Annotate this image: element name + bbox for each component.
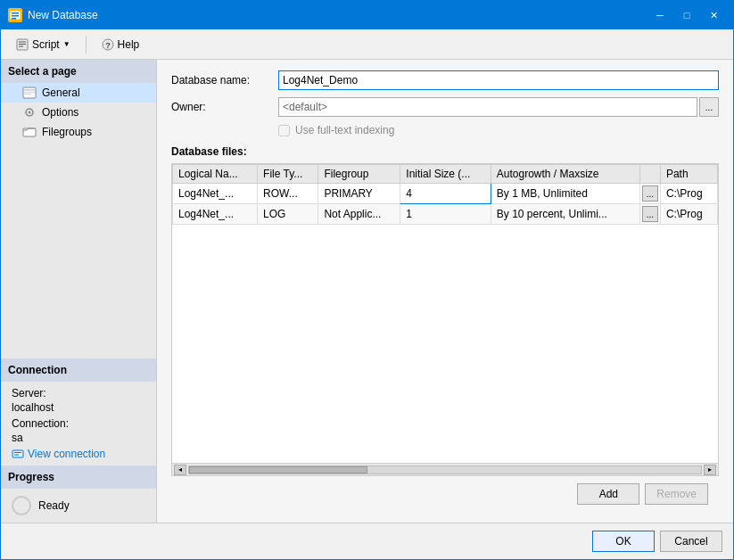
autogrowth-btn-1[interactable]: ... [642, 185, 658, 202]
view-connection-text: View connection [28, 448, 105, 460]
toolbar-separator [86, 36, 87, 54]
sidebar-spacer [1, 142, 156, 358]
db-name-label: Database name: [171, 74, 278, 86]
col-logical-name: Logical Na... [173, 165, 258, 184]
cell-logical-name-1: Log4Net_... [173, 184, 258, 204]
owner-browse-button[interactable]: ... [699, 97, 719, 117]
help-icon: ? [102, 38, 114, 51]
dialog-footer: OK Cancel [1, 523, 733, 559]
col-filegroup: Filegroup [318, 165, 400, 184]
svg-rect-2 [12, 15, 19, 17]
script-label: Script [32, 38, 60, 51]
horizontal-scrollbar[interactable]: ◂ ▸ [172, 463, 718, 475]
svg-rect-13 [24, 94, 31, 95]
progress-status: Ready [38, 499, 70, 512]
cell-filegroup-1: PRIMARY [318, 184, 400, 204]
add-remove-bar: Add Remove [171, 476, 719, 512]
col-initial-size: Initial Size (... [400, 165, 491, 184]
minimize-button[interactable]: ─ [647, 6, 672, 24]
sidebar-item-options[interactable]: Options [1, 103, 156, 122]
scroll-track[interactable] [188, 465, 702, 474]
help-button[interactable]: ? Help [94, 35, 148, 54]
sidebar-item-general[interactable]: General [1, 83, 156, 103]
owner-label: Owner: [171, 101, 278, 113]
table-row: Log4Net_... ROW... PRIMARY 4 By 1 MB, Un… [173, 184, 718, 204]
cancel-button[interactable]: Cancel [660, 531, 722, 552]
connection-icon [12, 449, 24, 459]
cell-btn-1[interactable]: ... [639, 184, 660, 204]
col-autogrowth: Autogrowth / Maxsize [491, 165, 639, 184]
server-label: Server: [12, 387, 145, 399]
main-window: New Database ─ □ ✕ Script ▼ ? Help [0, 0, 734, 560]
close-button[interactable]: ✕ [701, 6, 726, 24]
title-bar: New Database ─ □ ✕ [1, 1, 733, 29]
server-value: localhost [12, 401, 145, 414]
cell-logical-name-2: Log4Net_... [173, 204, 258, 225]
cell-btn-2[interactable]: ... [639, 204, 660, 225]
col-file-type: File Ty... [258, 165, 318, 184]
main-content: Select a page General [1, 60, 733, 523]
owner-input[interactable] [278, 97, 697, 117]
help-label: Help [118, 38, 140, 51]
cell-autogrowth-2: By 10 percent, Unlimi... [491, 204, 639, 225]
script-button[interactable]: Script ▼ [8, 35, 78, 54]
cell-path-2: C:\Prog [660, 204, 717, 225]
fulltext-label: Use full-text indexing [295, 124, 394, 136]
svg-text:?: ? [105, 41, 111, 50]
svg-rect-3 [12, 18, 16, 20]
window-icon [8, 8, 22, 22]
window-controls: ─ □ ✕ [647, 6, 726, 24]
progress-content: Ready [1, 489, 156, 523]
add-remove-buttons: Add Remove [577, 483, 708, 505]
ok-button[interactable]: OK [592, 531, 655, 552]
cell-file-type-2: LOG [258, 204, 318, 225]
db-name-row: Database name: [171, 70, 719, 90]
connection-value: sa [12, 432, 145, 444]
col-path: Path [660, 165, 717, 184]
script-icon [16, 38, 29, 51]
table-body: Log4Net_... ROW... PRIMARY 4 By 1 MB, Un… [173, 184, 718, 225]
script-dropdown-icon: ▼ [63, 40, 70, 48]
connection-details: Server: localhost Connection: sa View co… [1, 382, 156, 465]
remove-button[interactable]: Remove [645, 483, 708, 505]
svg-rect-18 [14, 452, 21, 453]
general-label: General [42, 86, 80, 99]
options-icon [22, 106, 37, 119]
view-connection-link[interactable]: View connection [12, 448, 145, 460]
scroll-left-arrow[interactable]: ◂ [174, 465, 186, 475]
svg-rect-11 [24, 89, 35, 91]
table-scroll-area[interactable]: Logical Na... File Ty... Filegroup Initi… [172, 164, 718, 463]
col-btn [639, 165, 660, 184]
options-label: Options [42, 106, 78, 119]
cell-filegroup-2: Not Applic... [318, 204, 400, 225]
sidebar-item-filegroups[interactable]: Filegroups [1, 122, 156, 142]
window-title: New Database [28, 9, 647, 21]
sidebar: Select a page General [1, 60, 157, 523]
db-name-input[interactable] [278, 70, 719, 90]
general-icon [22, 86, 37, 99]
cell-initial-size-1[interactable]: 4 [400, 184, 491, 204]
autogrowth-btn-2[interactable]: ... [642, 206, 658, 222]
select-page-header: Select a page [1, 60, 156, 83]
svg-rect-16 [23, 128, 36, 136]
cell-initial-size-2: 1 [400, 204, 491, 225]
progress-header: Progress [1, 465, 156, 489]
files-table-wrapper: Logical Na... File Ty... Filegroup Initi… [171, 163, 719, 476]
maximize-button[interactable]: □ [674, 6, 699, 24]
filegroups-label: Filegroups [42, 126, 92, 138]
table-header: Logical Na... File Ty... Filegroup Initi… [173, 165, 718, 184]
cell-autogrowth-1: By 1 MB, Unlimited [491, 184, 639, 204]
add-button[interactable]: Add [577, 483, 639, 505]
scroll-right-arrow[interactable]: ▸ [704, 465, 716, 475]
owner-row: Owner: ... [171, 97, 719, 117]
progress-spinner [12, 496, 31, 515]
table-row: Log4Net_... LOG Not Applic... 1 By 10 pe… [173, 204, 718, 225]
files-table: Logical Na... File Ty... Filegroup Initi… [172, 164, 718, 225]
svg-point-15 [29, 111, 31, 114]
svg-rect-17 [12, 450, 23, 457]
cell-path-1: C:\Prog [660, 184, 717, 204]
scroll-thumb[interactable] [189, 466, 367, 474]
connection-header: Connection [1, 358, 156, 382]
fulltext-checkbox [278, 125, 290, 136]
svg-rect-12 [24, 92, 35, 93]
